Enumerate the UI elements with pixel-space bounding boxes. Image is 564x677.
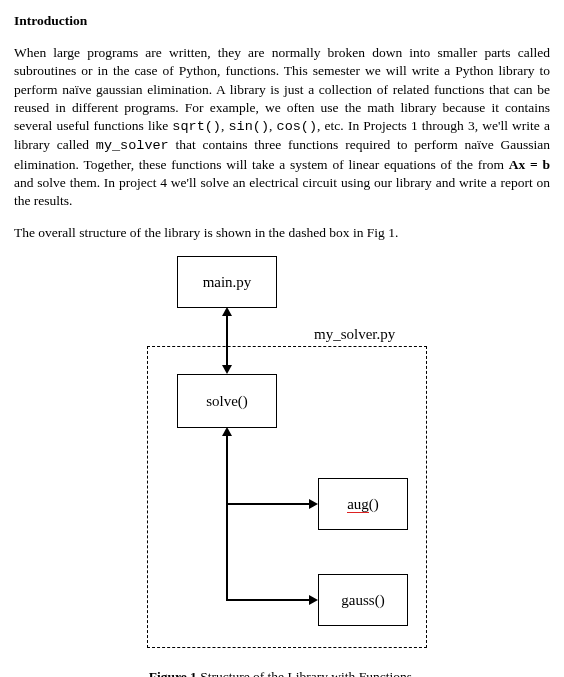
figure-caption: Figure 1 Structure of the Library with F… (132, 668, 432, 677)
code-sin: sin() (229, 119, 270, 134)
connector-line (226, 314, 228, 368)
solve-box: solve() (177, 374, 277, 428)
equation-axb: Ax = b (509, 157, 550, 172)
code-cos: cos() (277, 119, 318, 134)
arrow-up-icon (222, 307, 232, 316)
box-label: aug() (347, 494, 379, 514)
code-my-solver: my_solver (96, 138, 169, 153)
aug-box: aug() (318, 478, 408, 530)
gauss-box: gauss() (318, 574, 408, 626)
text: and solve them. In project 4 we'll solve… (14, 175, 550, 208)
figure-1: my_solver.py main.py solve() aug() gauss… (132, 256, 432, 677)
box-label: main.py (203, 272, 252, 292)
connector-line (226, 599, 310, 601)
box-label: solve() (206, 391, 248, 411)
aug-paren: () (369, 496, 379, 512)
arrow-down-icon (222, 365, 232, 374)
code-sqrt: sqrt() (172, 119, 221, 134)
text: , (269, 118, 277, 133)
arrow-right-icon (309, 499, 318, 509)
text: , (221, 118, 229, 133)
module-label: my_solver.py (314, 324, 395, 344)
intro-paragraph-2: The overall structure of the library is … (14, 224, 550, 242)
arrow-right-icon (309, 595, 318, 605)
main-py-box: main.py (177, 256, 277, 308)
connector-line (226, 434, 228, 600)
intro-paragraph-1: When large programs are written, they ar… (14, 44, 550, 210)
figure-caption-text: Structure of the Library with Functions. (197, 669, 416, 677)
aug-underline: aug (347, 497, 369, 513)
section-heading: Introduction (14, 12, 550, 30)
figure-number: Figure 1 (149, 669, 197, 677)
box-label: gauss() (341, 590, 384, 610)
diagram: my_solver.py main.py solve() aug() gauss… (132, 256, 432, 656)
arrow-up-icon (222, 427, 232, 436)
connector-line (226, 503, 310, 505)
